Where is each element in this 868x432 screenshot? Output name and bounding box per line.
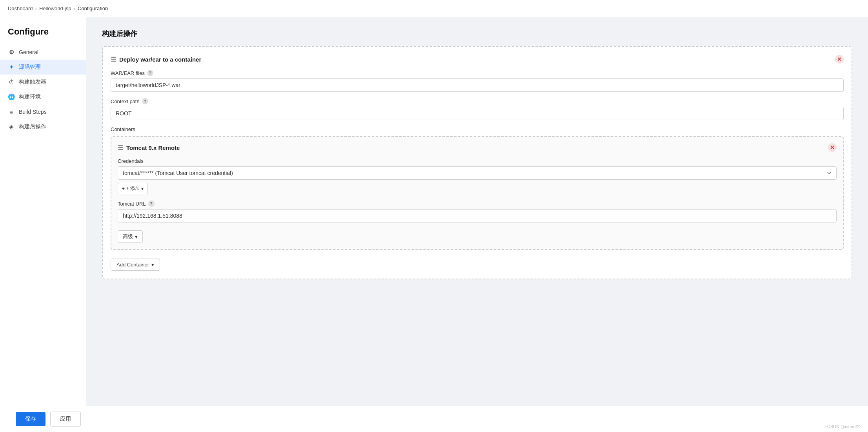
container-block-title: Tomcat 9.x Remote	[126, 144, 180, 151]
gear-icon: ⚙	[8, 49, 15, 56]
container-drag-icon: ☰	[118, 144, 123, 151]
add-credentials-plus-icon: +	[122, 186, 125, 191]
sidebar-label-source: 源码管理	[19, 64, 41, 71]
breadcrumb-dashboard[interactable]: Dashboard	[8, 5, 33, 11]
credentials-label: Credentials	[118, 158, 837, 164]
globe-icon: 🌐	[8, 93, 15, 100]
sidebar-item-build-steps[interactable]: ≡ Build Steps	[0, 104, 86, 119]
container-block-header: ☰ Tomcat 9.x Remote ✕	[118, 143, 837, 152]
sidebar-label-general: General	[19, 49, 38, 55]
main-content: 构建后操作 ☰ Deploy war/ear to a container ✕ …	[86, 17, 868, 432]
sidebar-title: Configure	[0, 27, 86, 45]
page-title: 构建后操作	[102, 29, 852, 38]
war-ear-help-icon[interactable]: ?	[147, 70, 153, 76]
advanced-label: 高级	[123, 233, 133, 240]
deploy-block-close-button[interactable]: ✕	[835, 55, 844, 64]
sidebar-label-post-build: 构建后操作	[19, 123, 46, 130]
watermark: CSDN @inner222	[827, 424, 862, 429]
drag-handle-icon: ☰	[111, 56, 116, 63]
container-block-title-area: ☰ Tomcat 9.x Remote	[118, 144, 180, 151]
apply-button[interactable]: 应用	[50, 412, 81, 427]
sidebar-item-source[interactable]: ✦ 源码管理	[0, 60, 86, 75]
code-branch-icon: ✦	[8, 64, 15, 71]
advanced-toggle-button[interactable]: 高级 ▾	[118, 230, 143, 243]
credentials-field-group: Credentials tomcat/****** (Tomcat User t…	[118, 158, 837, 194]
sidebar-label-build-steps: Build Steps	[19, 109, 47, 115]
clock-icon: ⏱	[8, 78, 15, 86]
tomcat-url-help-icon[interactable]: ?	[148, 201, 155, 207]
add-container-button[interactable]: Add Container ▾	[111, 259, 160, 271]
war-ear-field-group: WAR/EAR files ?	[111, 70, 844, 92]
sidebar: Configure ⚙ General ✦ 源码管理 ⏱ 构建触发器 🌐 构建环…	[0, 17, 86, 432]
advanced-chevron-icon: ▾	[135, 234, 138, 240]
list-icon: ≡	[8, 108, 15, 115]
credentials-select[interactable]: tomcat/****** (Tomcat User tomcat creden…	[118, 166, 837, 180]
breadcrumb-sep-2: ›	[74, 5, 75, 11]
deploy-block-title-area: ☰ Deploy war/ear to a container	[111, 56, 201, 63]
sidebar-item-env[interactable]: 🌐 构建环境	[0, 89, 86, 104]
add-credentials-dropdown-icon: ▾	[141, 186, 144, 191]
context-path-label: Context path ?	[111, 98, 844, 104]
deploy-block: ☰ Deploy war/ear to a container ✕ WAR/EA…	[102, 46, 852, 279]
context-path-help-icon[interactable]: ?	[142, 98, 148, 104]
context-path-input[interactable]	[111, 107, 844, 120]
add-credentials-label: + 添加	[126, 185, 140, 192]
footer: 保存 应用	[0, 406, 868, 432]
add-credentials-button[interactable]: + + 添加 ▾	[118, 183, 148, 194]
container-close-button[interactable]: ✕	[828, 143, 837, 152]
post-build-icon: ◈	[8, 123, 15, 130]
war-ear-input[interactable]	[111, 78, 844, 92]
tomcat-url-field-group: Tomcat URL ?	[118, 201, 837, 222]
war-ear-label: WAR/EAR files ?	[111, 70, 844, 76]
tomcat-url-input[interactable]	[118, 209, 837, 222]
save-button[interactable]: 保存	[16, 412, 45, 426]
sidebar-item-triggers[interactable]: ⏱ 构建触发器	[0, 75, 86, 89]
breadcrumb: Dashboard › Helloworld-jsp › Configurati…	[0, 0, 868, 17]
sidebar-label-env: 构建环境	[19, 93, 41, 100]
container-block: ☰ Tomcat 9.x Remote ✕ Credentials tomcat…	[111, 136, 844, 250]
breadcrumb-project[interactable]: Helloworld-jsp	[39, 5, 71, 11]
sidebar-item-general[interactable]: ⚙ General	[0, 45, 86, 60]
sidebar-label-triggers: 构建触发器	[19, 78, 46, 86]
sidebar-item-post-build[interactable]: ◈ 构建后操作	[0, 119, 86, 134]
deploy-block-header: ☰ Deploy war/ear to a container ✕	[111, 55, 844, 64]
breadcrumb-current: Configuration	[78, 5, 108, 11]
add-container-dropdown-icon: ▾	[151, 262, 154, 268]
tomcat-url-label: Tomcat URL ?	[118, 201, 837, 207]
add-container-label: Add Container	[116, 262, 149, 268]
deploy-block-title: Deploy war/ear to a container	[119, 56, 201, 63]
context-path-field-group: Context path ?	[111, 98, 844, 120]
breadcrumb-sep-1: ›	[35, 5, 37, 11]
containers-label: Containers	[111, 126, 844, 132]
